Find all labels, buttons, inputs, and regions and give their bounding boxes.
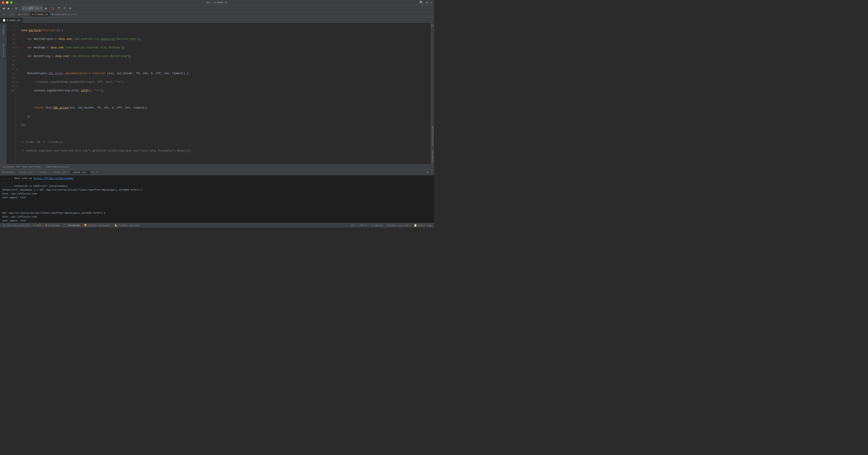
event-log-label: Event Log [418,224,431,227]
nav-tab-net[interactable]: net [8,12,16,17]
status-python-console[interactable]: 🐍 Python Console [114,224,140,227]
terminal-status-label: Terminal [68,224,80,227]
terminal-minimize-icon[interactable]: — [430,171,432,174]
nav-tab-2ssl-dot [18,14,20,15]
code-line-6: NativeCrypto.SSL_write.implementation = … [21,71,429,76]
nav-tab-s4[interactable]: s4 [1,12,7,17]
settings-icon[interactable]: ⚙ [426,1,428,4]
debug-button[interactable]: 🐞 [50,6,56,10]
terminal-tab-local4-label: Local (4) [72,171,86,174]
fold-row-11[interactable]: ▶ [16,67,19,71]
line-numbers: 1 2 3 4 5 6 7 8 9 10 11 12 13 14 15 16 [7,23,16,164]
maximize-button[interactable] [10,1,13,4]
nav-tab-3hookjs-dot [32,14,33,15]
fold-row-14[interactable]: ▶ [16,80,19,84]
fold-row-5 [16,41,19,46]
breadcrumb-implementation[interactable]: implementation() [46,165,70,168]
breadcrumb-callback[interactable]: callback for Java.perform() [2,165,42,168]
nav-button[interactable]: ⊕ [14,6,19,10]
status-python-packages[interactable]: 📦 Python Packages [83,224,111,227]
statusbar: ⎇ Version Control ≡ TODO ⚑ Problems ⬛ Te… [0,223,434,228]
event-log-icon: 📋 [414,224,417,227]
terminal-tab-local3-close[interactable]: ✕ [67,171,68,174]
file-tabs: 📄 3.hook.js [0,18,434,23]
stop-button[interactable]: ■ [68,6,72,10]
terminal-icon: ⬛ [64,224,67,227]
search-icon[interactable]: 🔍 [420,1,423,4]
minimize-button[interactable] [6,1,8,4]
terminal-expand-button[interactable]: ▾ [95,170,99,174]
run-config-selector[interactable]: ▶ 1.进程 (1) ▼ [22,6,43,11]
terminal-settings-icon[interactable]: ⚙ [427,171,429,174]
status-position[interactable]: 9:1 [350,224,357,227]
status-todo[interactable]: ≡ TODO [32,224,42,227]
coverage-button[interactable]: ☂ [57,6,61,10]
database-label[interactable]: Database [431,149,434,164]
run-config-label: 1.进程 (1) [25,6,39,10]
terminal-header-right: ⚙ — [427,171,432,174]
file-tab-icon: 📄 [3,19,5,22]
terminal-tab-local4[interactable]: Local (4) ✕ [71,171,90,174]
nav-tab-2ssl[interactable]: 2.ssl [17,12,30,17]
status-encoding[interactable]: UTF-8 [359,224,368,227]
nav-tabs: s4 net 2.ssl 3.hook.js implementation() [0,12,434,18]
terminal-add-button[interactable]: + [91,170,95,175]
file-tab-3hookjs[interactable]: 📄 3.hook.js [0,18,23,23]
right-tab-notifications[interactable]: Notifications [431,125,434,148]
code-line-12: }); [21,123,429,127]
right-tab-database[interactable]: Database [431,149,434,164]
term-line-8 [2,204,432,207]
nav-tab-s4-label: s4 [3,13,6,16]
status-terminal[interactable]: ⬛ Terminal [63,224,81,227]
breadcrumb: callback for Java.perform() › implementa… [0,164,434,170]
python-packages-label: Python Packages [88,224,110,227]
terminal-tab-local3-label: Local (3) [53,171,66,174]
back-button[interactable]: ◀ [1,6,6,10]
run-button[interactable]: ▶ [44,6,49,11]
statusbar-right: 9:1 UTF-8 4 spaces Python 3.8 (s4) 📋 Eve… [350,224,432,227]
nav-tab-implementation[interactable]: implementation() [50,12,80,17]
structure-icon[interactable]: Structure [1,43,6,58]
terminal-tab-local[interactable]: Local ✕ [37,171,51,174]
fold-row-8 [16,54,19,59]
fold-row-2 [16,29,19,33]
nav-tab-3hookjs[interactable]: 3.hook.js [30,12,50,17]
titlebar: s4 – 3.hook.js 🔍 ⚙ ↗ [0,0,434,5]
term-line-12: user-Agent: test [2,219,432,223]
fold-row-1[interactable]: ▼ [16,24,19,29]
terminal-tab-local2[interactable]: Local (2) ✕ [18,171,37,174]
problems-label: Problems [48,224,60,227]
status-indent[interactable]: 4 spaces [370,224,384,227]
terminal-header: Terminal: Local (2) ✕ Local ✕ Local (3) … [0,170,434,175]
encoding-label: UTF-8 [360,224,367,227]
run-again-button[interactable]: ↺ [62,6,67,10]
run-config-arrow-icon: ▼ [40,7,41,9]
forward-button[interactable]: ▶ [6,6,11,10]
code-line-15: // console.log(Java.use("android.util.Lo… [21,149,429,153]
code-line-13 [21,132,429,136]
terminal-tab-local2-close[interactable]: ✕ [34,171,35,174]
terminal-label: Terminal: [2,171,15,174]
close-button[interactable] [2,1,4,4]
share-icon[interactable]: ↗ [430,1,432,4]
terminal-tab-local3[interactable]: Local (3) ✕ [51,171,70,174]
version-control-icon: ⎇ [3,224,6,227]
fold-row-15[interactable]: ▶ [16,84,19,89]
status-python-version[interactable]: Python 3.8 (s4) [386,224,411,227]
terminal-tab-local-close[interactable]: ✕ [48,171,49,174]
notifications-label[interactable]: Notifications [431,125,434,148]
indent-label: 4 spaces [371,224,383,227]
terminal-body[interactable]: . . . . More info at https://frida.re/do… [0,175,434,223]
status-event-log[interactable]: 📋 Event Log [413,224,432,227]
frida-docs-link[interactable]: https://frida.re/docs/home/ [34,177,74,180]
term-line-1: . . . . More info at https://frida.re/do… [2,177,432,180]
fold-row-4 [16,37,19,41]
status-problems[interactable]: ⚑ Problems [44,224,61,227]
project-icon[interactable]: Project [1,24,6,36]
fold-row-6[interactable]: ▼ [16,46,19,50]
problems-icon: ⚑ [45,224,47,227]
python-console-label: Python Console [119,224,139,227]
terminal-tab-local4-close[interactable]: ✕ [87,171,88,174]
file-tab-label: 3.hook.js [6,19,20,22]
status-version-control[interactable]: ⎇ Version Control [2,224,30,227]
